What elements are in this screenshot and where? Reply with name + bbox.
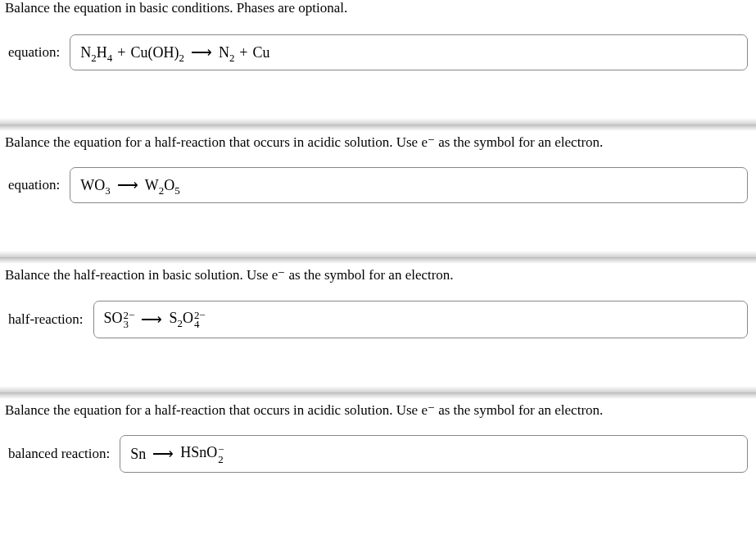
equation-input[interactable]: Sn ⟶ HSnO−2 bbox=[120, 435, 748, 473]
arrow-icon: ⟶ bbox=[117, 176, 138, 194]
question-4-prompt: Balance the equation for a half-reaction… bbox=[0, 399, 756, 424]
divider bbox=[0, 251, 756, 257]
arrow-icon: ⟶ bbox=[141, 311, 162, 329]
question-4-row: balanced reaction: Sn ⟶ HSnO−2 bbox=[0, 424, 756, 486]
arrow-icon: ⟶ bbox=[191, 43, 212, 61]
equation-content: WO3 ⟶ W2O5 bbox=[80, 176, 179, 194]
divider bbox=[0, 386, 756, 392]
question-2: Balance the equation for a half-reaction… bbox=[0, 125, 756, 257]
question-3: Balance the half-reaction in basic solut… bbox=[0, 257, 756, 392]
question-1-row: equation: N2H4 + Cu(OH)2 ⟶ N2 + Cu bbox=[0, 23, 756, 84]
arrow-icon: ⟶ bbox=[152, 445, 174, 463]
equation-label: equation: bbox=[8, 44, 63, 61]
equation-content: N2H4 + Cu(OH)2 ⟶ N2 + Cu bbox=[80, 43, 269, 61]
question-2-prompt: Balance the equation for a half-reaction… bbox=[0, 131, 756, 156]
equation-content: Sn ⟶ HSnO−2 bbox=[130, 444, 224, 464]
divider bbox=[0, 118, 756, 125]
question-1-prompt: Balance the equation in basic conditions… bbox=[0, 0, 756, 23]
balanced-reaction-label: balanced reaction: bbox=[8, 446, 113, 462]
divider bbox=[0, 392, 756, 399]
equation-input[interactable]: WO3 ⟶ W2O5 bbox=[70, 167, 748, 203]
question-3-prompt: Balance the half-reaction in basic solut… bbox=[0, 264, 756, 288]
question-2-row: equation: WO3 ⟶ W2O5 bbox=[0, 156, 756, 216]
equation-input[interactable]: N2H4 + Cu(OH)2 ⟶ N2 + Cu bbox=[70, 34, 748, 70]
divider bbox=[0, 257, 756, 264]
equation-label: equation: bbox=[8, 177, 63, 193]
equation-content: SO2−3 ⟶ S2O2−4 bbox=[104, 310, 206, 329]
half-reaction-label: half-reaction: bbox=[8, 311, 87, 328]
question-4: Balance the equation for a half-reaction… bbox=[0, 392, 756, 487]
question-1: Balance the equation in basic conditions… bbox=[0, 0, 756, 125]
divider bbox=[0, 125, 756, 131]
question-3-row: half-reaction: SO2−3 ⟶ S2O2−4 bbox=[0, 289, 756, 351]
equation-input[interactable]: SO2−3 ⟶ S2O2−4 bbox=[93, 301, 748, 338]
